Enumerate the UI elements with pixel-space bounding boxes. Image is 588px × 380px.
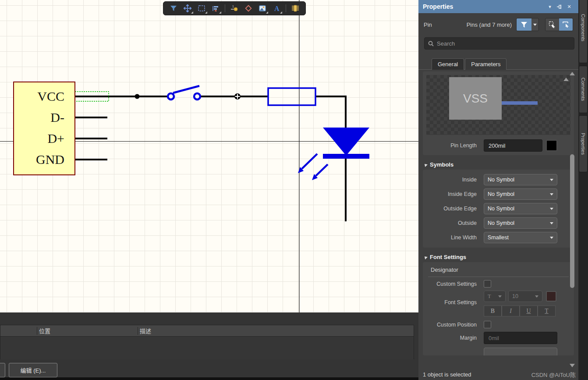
bold-button[interactable]: B xyxy=(484,305,502,316)
panel-scroll-content: VSS Pin Length Symbols Inside xyxy=(418,70,578,368)
pin-label-vcc[interactable]: VCC xyxy=(37,89,64,104)
custom-settings-checkbox[interactable] xyxy=(484,280,491,288)
filter-button[interactable] xyxy=(517,18,531,31)
tab-components[interactable]: Components xyxy=(579,0,588,63)
polygon-icon[interactable] xyxy=(242,2,255,14)
font-size-select[interactable]: 10 xyxy=(508,291,542,302)
symbols-section-header[interactable]: Symbols xyxy=(424,161,578,168)
filter-icon[interactable] xyxy=(167,2,180,14)
divider xyxy=(428,277,569,277)
schematic-canvas[interactable]: VCC D- D+ GND xyxy=(0,0,418,313)
switch-symbol[interactable] xyxy=(168,86,200,99)
select-overlap-button[interactable] xyxy=(545,18,559,31)
selection-mode-buttons xyxy=(545,18,573,31)
wires[interactable] xyxy=(75,96,347,221)
column-header-location[interactable]: 位置 xyxy=(37,327,138,335)
partial-button[interactable] xyxy=(0,363,5,377)
symbol-preview: VSS xyxy=(426,75,570,135)
svg-text:1: 1 xyxy=(232,5,234,8)
table-body[interactable] xyxy=(0,337,414,359)
dropdown-corner xyxy=(266,11,268,14)
part-icon[interactable] xyxy=(289,2,302,14)
watermark-text: CSDN @AiToU陈 xyxy=(531,370,576,379)
status-text: 1 object is selected xyxy=(423,371,531,378)
tab-properties[interactable]: Properties xyxy=(579,115,588,172)
font-settings-label: Font Settings xyxy=(426,291,484,305)
column-header-description[interactable]: 描述 xyxy=(138,327,414,335)
tab-comments[interactable]: Comments xyxy=(579,66,588,113)
object-selector-row: Pin Pins (and 7 more) xyxy=(418,18,578,32)
text-icon[interactable]: A xyxy=(270,2,283,14)
led-arrow xyxy=(312,164,328,180)
inside-edge-select[interactable]: No Symbol xyxy=(484,188,557,200)
italic-button[interactable]: I xyxy=(502,305,520,316)
right-dock-tab-strip: Components Comments Properties xyxy=(578,0,588,380)
dock-pin-icon[interactable] xyxy=(555,2,564,11)
line-width-value: Smallest xyxy=(488,234,509,241)
pin-preview-section: VSS Pin Length xyxy=(423,71,574,155)
search-box xyxy=(424,37,574,50)
dropdown-icon[interactable]: ▾ xyxy=(545,2,555,11)
custom-settings-label: Custom Settings xyxy=(426,281,484,287)
pin-length-input[interactable] xyxy=(484,139,542,152)
selection-rect-icon[interactable] xyxy=(195,2,208,14)
pin-length-label: Pin Length xyxy=(426,142,484,149)
selection-scope-link[interactable]: Pins (and 7 more) xyxy=(467,21,512,28)
pin-icon[interactable]: 1 xyxy=(228,2,241,14)
active-bar-toolbar: 1 A xyxy=(163,1,306,15)
scrollbar-thumb[interactable] xyxy=(570,154,574,288)
inside-edge-label: Inside Edge xyxy=(426,191,484,197)
inside-label: Inside xyxy=(426,177,484,183)
line-width-label: Line Width xyxy=(426,234,484,241)
tab-parameters[interactable]: Parameters xyxy=(465,58,507,70)
clipped-control[interactable] xyxy=(484,348,557,355)
search-icon xyxy=(428,41,434,46)
image-icon[interactable] xyxy=(256,2,269,14)
preview-symbol-body: VSS xyxy=(449,77,502,120)
tab-general[interactable]: General xyxy=(432,58,464,70)
search-input[interactable] xyxy=(437,40,570,47)
scroll-up-icon[interactable] xyxy=(563,78,569,81)
align-icon[interactable] xyxy=(209,2,222,14)
custom-position-checkbox[interactable] xyxy=(484,321,491,328)
custom-position-label: Custom Position xyxy=(426,322,484,328)
preview-pin-line xyxy=(502,101,538,105)
resistor-symbol[interactable] xyxy=(268,88,315,105)
font-family-select[interactable]: T xyxy=(484,291,506,302)
scrollbar-down-arrow[interactable] xyxy=(570,364,575,367)
scrollbar-up-arrow[interactable] xyxy=(570,72,575,75)
edit-button[interactable]: 编辑 (E)... xyxy=(9,363,57,377)
parameters-table: 位置 描述 xyxy=(0,325,414,359)
led-symbol[interactable] xyxy=(323,128,369,159)
dropdown-corner xyxy=(219,11,221,14)
font-settings-section-header[interactable]: Font Settings xyxy=(424,254,578,260)
selected-object-type: Pin xyxy=(424,21,467,28)
dropdown-corner xyxy=(280,11,282,14)
underline-button[interactable]: U xyxy=(520,305,538,316)
filter-dropdown-button[interactable] xyxy=(531,18,538,31)
outside-label: Outside xyxy=(426,220,484,226)
cross-marker[interactable] xyxy=(234,93,241,99)
svg-text:A: A xyxy=(274,5,280,12)
font-size-value: 10 xyxy=(512,293,518,299)
line-width-select[interactable]: Smallest xyxy=(484,232,557,243)
margin-input[interactable] xyxy=(484,332,557,344)
move-cross-icon[interactable] xyxy=(181,2,194,14)
symbols-section: Inside No Symbol Inside Edge No Symbol O… xyxy=(423,170,574,248)
close-icon[interactable]: ✕ xyxy=(564,2,574,11)
panel-scrollbar[interactable] xyxy=(569,71,575,368)
symbols-section-title: Symbols xyxy=(430,161,453,168)
select-inside-button[interactable] xyxy=(559,18,573,31)
pin-label-gnd[interactable]: GND xyxy=(36,152,64,167)
designator-subheader: Designator xyxy=(431,266,570,273)
outside-value: No Symbol xyxy=(488,220,514,226)
font-color-swatch[interactable] xyxy=(546,291,556,302)
pin-label-d-plus[interactable]: D+ xyxy=(47,131,64,146)
inside-select[interactable]: No Symbol xyxy=(484,174,557,185)
strikethrough-button[interactable]: T xyxy=(538,305,556,316)
pin-color-swatch[interactable] xyxy=(546,140,557,151)
outside-edge-select[interactable]: No Symbol xyxy=(484,203,557,214)
outside-select[interactable]: No Symbol xyxy=(484,217,557,229)
panel-tabs: General Parameters xyxy=(418,58,578,70)
pin-label-d-minus[interactable]: D- xyxy=(50,110,64,125)
